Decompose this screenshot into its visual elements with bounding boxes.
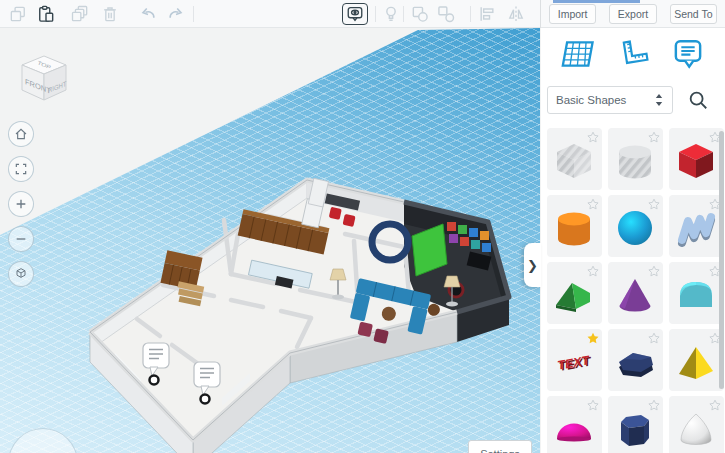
shape-glyph [672,204,720,252]
panel-scrollbar[interactable] [719,131,724,389]
favorite-star-icon[interactable] [648,332,660,344]
import-button[interactable]: Import [549,4,596,24]
shape-category-select[interactable]: Basic Shapes [547,86,673,114]
group-icon[interactable] [410,4,430,24]
zoom-in-button[interactable] [8,191,34,217]
shape-glyph [550,204,598,252]
show-hidden-bulb-icon[interactable] [381,4,401,24]
toolbar-divider [375,6,376,22]
shape-glyph [672,137,720,185]
shape-glyph [550,137,598,185]
shape-sphere[interactable] [608,195,663,257]
perspective-toggle-button[interactable] [8,261,34,287]
shape-glyph: TEXT TEXT [550,338,598,386]
ungroup-icon[interactable] [436,4,456,24]
shape-glyph [611,204,659,252]
shape-glyph [550,271,598,319]
shape-glyph [611,137,659,185]
shape-glyph [672,405,720,453]
shape-half-sphere[interactable] [547,396,602,453]
panel-collapse-tab[interactable]: ❯ [524,243,541,287]
panel-header: Import Export Send To [540,0,725,28]
shape-box[interactable] [669,128,724,190]
tinkercad-editor: Import Export Send To [0,0,725,453]
comment-view-tool[interactable] [342,3,368,25]
svg-text:TEXT: TEXT [556,353,591,373]
zoom-out-button[interactable] [8,226,34,252]
view-cube[interactable]: TOP FRONT RIGHT [12,50,76,114]
house-model[interactable] [0,28,540,453]
shape-glyph [611,405,659,453]
align-icon[interactable] [477,4,497,24]
shape-glyph [550,405,598,453]
notes-tool-icon[interactable] [671,37,705,71]
redo-icon[interactable] [166,4,186,24]
favorite-star-icon[interactable] [709,399,721,411]
favorite-star-icon[interactable] [648,198,660,210]
favorite-star-icon[interactable] [648,399,660,411]
paste-icon[interactable] [36,4,56,24]
home-view-button[interactable] [8,121,34,147]
undo-icon[interactable] [138,4,158,24]
search-button[interactable] [683,85,713,115]
shape-glyph [672,271,720,319]
favorite-star-icon[interactable] [587,131,599,143]
shape-category-value: Basic Shapes [556,94,626,106]
shape-glyph [611,338,659,386]
shape-scribble[interactable] [669,195,724,257]
shape-text[interactable]: TEXT TEXT [547,329,602,391]
shape-roof[interactable] [547,262,602,324]
favorite-star-icon[interactable] [587,399,599,411]
shape-pyramid[interactable] [669,329,724,391]
shape-glyph [611,271,659,319]
top-toolbar: Import Export Send To [0,0,725,28]
top-blue-strip [553,0,640,3]
shapes-grid: TEXT TEXT [541,120,725,453]
toolbar-divider [403,6,404,22]
toolbar-divider [193,6,194,22]
shape-cylinder[interactable] [547,195,602,257]
ruler-tool-icon[interactable] [616,37,650,71]
shape-round-roof[interactable] [669,262,724,324]
viewport-3d[interactable]: TOP FRONT RIGHT Settings [0,28,540,453]
delete-icon[interactable] [100,4,120,24]
export-button[interactable]: Export [609,4,656,24]
shape-cone[interactable] [608,262,663,324]
shape-glyph [672,338,720,386]
shape-box-transparent-[interactable] [547,128,602,190]
mirror-icon[interactable] [506,4,526,24]
duplicate-icon[interactable] [70,4,90,24]
workplane-tool-icon[interactable] [561,37,595,71]
shape-prism[interactable] [608,396,663,453]
panel-filter-row: Basic Shapes [541,80,725,120]
shape-polygon[interactable] [608,329,663,391]
favorite-star-icon[interactable] [587,198,599,210]
send-to-button[interactable]: Send To [670,4,717,24]
shapes-panel: Basic Shapes [541,28,725,453]
search-icon [687,89,709,111]
grid-settings-button[interactable]: Settings [468,440,532,453]
toolbar-divider [470,6,471,22]
shape-cylinder-transparent-[interactable] [608,128,663,190]
fit-view-button[interactable] [8,156,34,182]
copy-icon[interactable] [8,4,28,24]
favorite-star-icon[interactable] [587,265,599,277]
favorite-star-icon[interactable] [648,265,660,277]
shape-paraboloid[interactable] [669,396,724,453]
favorite-star-icon[interactable] [648,131,660,143]
panel-tools-row [541,28,725,80]
canvas-toolbar [0,0,540,28]
favorite-star-icon[interactable] [587,332,599,344]
select-arrows-icon [654,93,664,107]
